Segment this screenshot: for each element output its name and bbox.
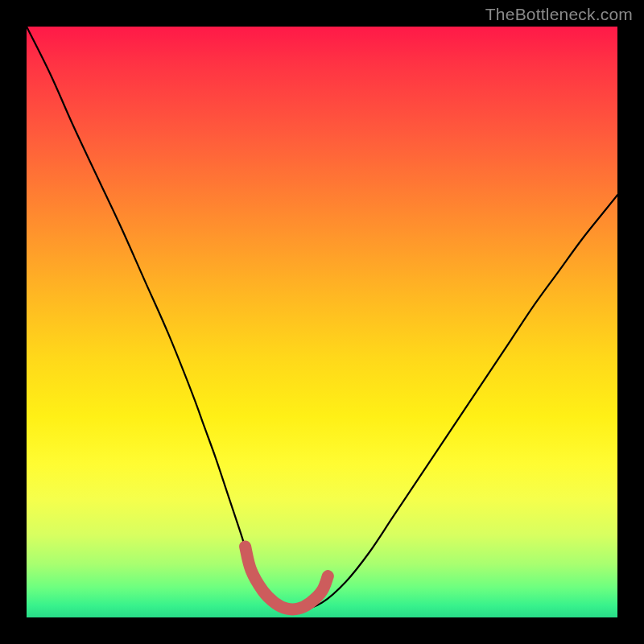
curve-layer xyxy=(27,27,617,617)
watermark-text: TheBottleneck.com xyxy=(485,5,633,24)
chart-frame: TheBottleneck.com xyxy=(0,0,644,644)
bottleneck-curve xyxy=(27,27,617,613)
trough-marker xyxy=(246,547,328,609)
plot-area xyxy=(27,27,617,617)
